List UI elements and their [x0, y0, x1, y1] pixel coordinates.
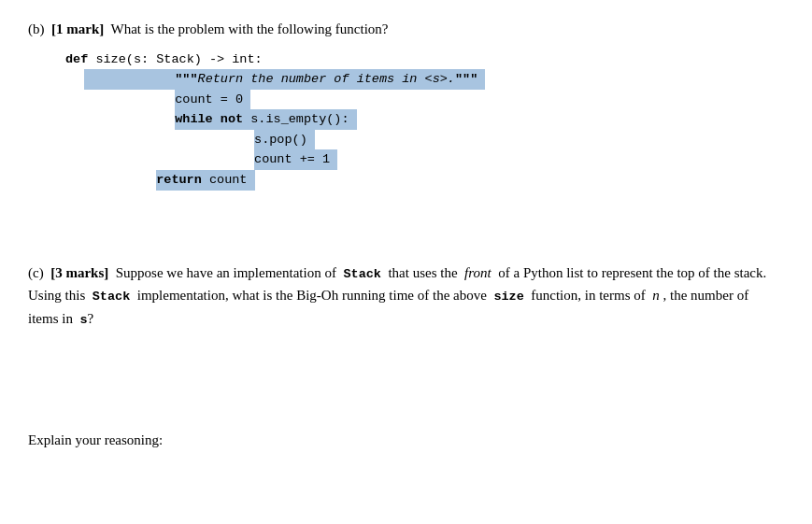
part-c-stack1: Stack: [343, 267, 381, 281]
explain-label: Explain your reasoning:: [28, 432, 775, 448]
part-c-marks: [3 marks]: [50, 265, 108, 280]
part-c-stack2: Stack: [93, 290, 131, 304]
part-c-q1: Suppose we have an implementation of: [116, 265, 336, 280]
code-line-5: s.pop(): [103, 130, 775, 150]
part-c-q5: function, in terms of: [531, 288, 645, 303]
part-b-question: What is the problem with the following f…: [110, 21, 388, 36]
part-c-size: size: [493, 290, 523, 304]
spacer-1: [28, 205, 775, 224]
part-c-q4: implementation, what is the Big-Oh runni…: [137, 288, 487, 303]
spacer-5: [28, 386, 775, 404]
part-c-n: n: [652, 288, 660, 303]
part-b-marks: [1 mark]: [51, 21, 104, 36]
part-c-q7: ?: [88, 311, 94, 326]
code-line-6: count += 1: [103, 149, 775, 170]
spacer-4: [28, 367, 775, 386]
part-b: (b) [1 mark] What is the problem with th…: [28, 19, 775, 191]
part-c-text: (c) [3 marks] Suppose we have an impleme…: [28, 262, 775, 331]
code-line-7: return count: [65, 170, 775, 191]
part-c-letter: (c): [28, 265, 44, 280]
spacer-3: [28, 243, 775, 262]
part-c-q2: that uses the: [388, 265, 457, 280]
spacer-6: [28, 404, 775, 423]
part-c-s: s: [79, 313, 87, 327]
code-block: def size(s: Stack) -> int: """Return the…: [65, 50, 775, 191]
code-line-1: def size(s: Stack) -> int:: [65, 50, 775, 70]
code-line-4: while not s.is_empty():: [84, 109, 775, 130]
part-c-front: front: [464, 265, 491, 280]
spacer-2: [28, 224, 775, 243]
code-line-3: count = 0: [84, 90, 775, 110]
code-line-2: """Return the number of items in <s>.""": [84, 69, 775, 90]
part-b-letter: (b): [28, 21, 45, 36]
part-b-label: (b) [1 mark] What is the problem with th…: [28, 19, 775, 40]
part-c: (c) [3 marks] Suppose we have an impleme…: [28, 262, 775, 449]
